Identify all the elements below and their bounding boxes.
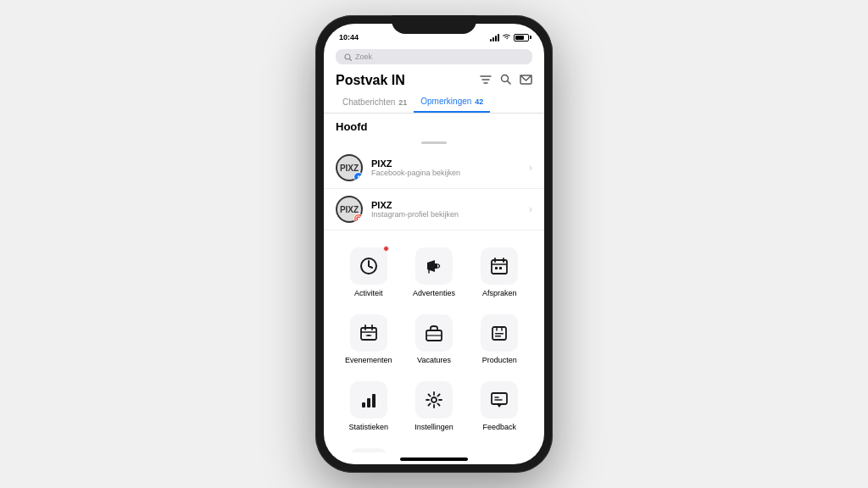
ads-icon — [425, 257, 443, 275]
menu-item-afspraken[interactable]: Afspraken — [467, 239, 532, 306]
menu-label-vacatures: Vacatures — [417, 356, 451, 364]
app-header: Postvak IN — [324, 68, 544, 92]
tab-chatberichten-badge: 21 — [398, 98, 407, 107]
svg-rect-22 — [499, 267, 502, 269]
svg-point-13 — [358, 218, 359, 219]
menu-item-feedback[interactable]: Feedback — [467, 373, 532, 440]
chevron-right-icon: › — [529, 162, 532, 174]
products-icon-box — [481, 314, 518, 352]
tab-opmerkingen-badge: 42 — [475, 97, 483, 106]
svg-rect-23 — [361, 328, 376, 340]
signal-icon — [490, 33, 499, 42]
tab-chatberichten-label: Chatberichten — [342, 97, 395, 107]
svg-rect-31 — [495, 336, 501, 337]
notch — [392, 15, 476, 34]
svg-line-1 — [350, 58, 352, 60]
menu-item-advertenties[interactable]: Advertenties — [401, 239, 466, 306]
events-icon-box — [350, 314, 387, 352]
menu-item-activiteit[interactable]: Activiteit — [336, 239, 401, 306]
wifi-icon — [502, 33, 511, 42]
menu-item-evenementen[interactable]: Evenementen — [336, 306, 401, 373]
events-icon — [359, 324, 378, 342]
svg-point-35 — [431, 397, 437, 402]
activity-icon-box — [350, 247, 387, 285]
account-sub-facebook: Facebook-pagina bekijken — [371, 169, 529, 177]
phone-screen: 10:44 — [324, 24, 544, 464]
account-name-instagram: PIXZ — [371, 200, 529, 210]
menu-label-evenementen: Evenementen — [345, 356, 392, 364]
svg-rect-16 — [435, 263, 437, 269]
feedback-icon-box — [481, 381, 518, 419]
feedback-icon — [490, 391, 509, 409]
home-bar-line — [400, 458, 468, 461]
settings-icon — [425, 391, 443, 409]
svg-rect-30 — [495, 333, 504, 335]
menu-item-instellingen[interactable]: Instellingen — [401, 373, 466, 440]
status-indicators — [490, 33, 529, 42]
main-content: PIXZ f PIXZ Facebook-pagina bekijken › P… — [324, 136, 544, 452]
battery-icon — [514, 34, 529, 42]
activity-dot — [383, 246, 389, 252]
status-time: 10:44 — [339, 33, 359, 42]
account-info-instagram: PIXZ Instagram-profiel bekijken — [371, 200, 529, 219]
search-placeholder: Zoek — [355, 53, 372, 61]
account-sub-instagram: Instagram-profiel bekijken — [371, 210, 529, 219]
avatar-facebook: PIXZ f — [336, 154, 363, 181]
stats-icon — [359, 391, 378, 409]
account-row-facebook[interactable]: PIXZ f PIXZ Facebook-pagina bekijken › — [324, 147, 544, 189]
account-name-facebook: PIXZ — [371, 158, 529, 169]
svg-rect-36 — [492, 393, 507, 404]
menu-grid: Activiteit Advertenties — [324, 230, 544, 452]
menu-label-feedback: Feedback — [483, 423, 517, 431]
svg-text:PIXZ: PIXZ — [340, 205, 359, 214]
tab-bar: Chatberichten 21 Opmerkingen 42 — [324, 92, 544, 114]
vacatures-icon-box — [415, 314, 453, 352]
svg-line-6 — [508, 81, 511, 85]
vacatures-icon — [425, 324, 443, 342]
instagram-badge-icon — [353, 214, 363, 223]
menu-label-statistieken: Statistieken — [348, 423, 388, 431]
svg-rect-33 — [367, 398, 370, 408]
menu-item-helpcentrum[interactable]: Helpcentrum — [336, 440, 401, 452]
svg-rect-17 — [492, 260, 507, 274]
section-title: Hoofd — [324, 114, 544, 136]
calendar-icon-box — [481, 247, 518, 285]
mail-icon[interactable] — [520, 74, 532, 87]
menu-item-statistieken[interactable]: Statistieken — [336, 373, 401, 440]
facebook-badge-icon: f — [353, 172, 363, 181]
tab-opmerkingen[interactable]: Opmerkingen 42 — [414, 92, 490, 113]
menu-label-producten: Producten — [482, 356, 517, 364]
search-header-icon[interactable] — [500, 74, 511, 87]
tab-opmerkingen-label: Opmerkingen — [420, 97, 471, 106]
settings-icon-box — [415, 381, 453, 419]
account-info-facebook: PIXZ Facebook-pagina bekijken — [371, 158, 529, 177]
page-title: Postvak IN — [336, 73, 405, 88]
account-row-instagram[interactable]: PIXZ PIXZ Instagram-profiel bekijken › — [324, 189, 544, 230]
stats-icon-box — [350, 381, 387, 419]
menu-label-instellingen: Instellingen — [415, 423, 453, 431]
filter-icon[interactable] — [480, 74, 492, 87]
activity-icon — [359, 257, 378, 275]
svg-rect-32 — [362, 402, 365, 408]
svg-rect-21 — [495, 267, 498, 269]
phone-frame: 10:44 — [315, 15, 553, 473]
menu-item-producten[interactable]: Producten — [467, 306, 532, 373]
menu-label-afspraken: Afspraken — [482, 289, 517, 297]
calendar-icon — [490, 257, 509, 275]
home-bar — [324, 452, 544, 464]
search-icon-small — [344, 53, 352, 61]
svg-point-14 — [359, 217, 360, 218]
svg-text:PIXZ: PIXZ — [340, 164, 359, 173]
svg-rect-34 — [372, 394, 376, 408]
search-bar[interactable]: Zoek — [324, 47, 544, 68]
menu-label-advertenties: Advertenties — [413, 289, 455, 297]
header-actions — [480, 74, 532, 87]
ads-icon-box — [415, 247, 453, 285]
products-icon — [490, 324, 509, 342]
menu-label-activiteit: Activiteit — [354, 289, 383, 297]
drag-indicator — [324, 136, 544, 147]
chevron-right-icon-2: › — [529, 203, 532, 215]
tab-chatberichten[interactable]: Chatberichten 21 — [336, 92, 414, 112]
avatar-instagram: PIXZ — [336, 196, 363, 223]
menu-item-vacatures[interactable]: Vacatures — [401, 306, 466, 373]
